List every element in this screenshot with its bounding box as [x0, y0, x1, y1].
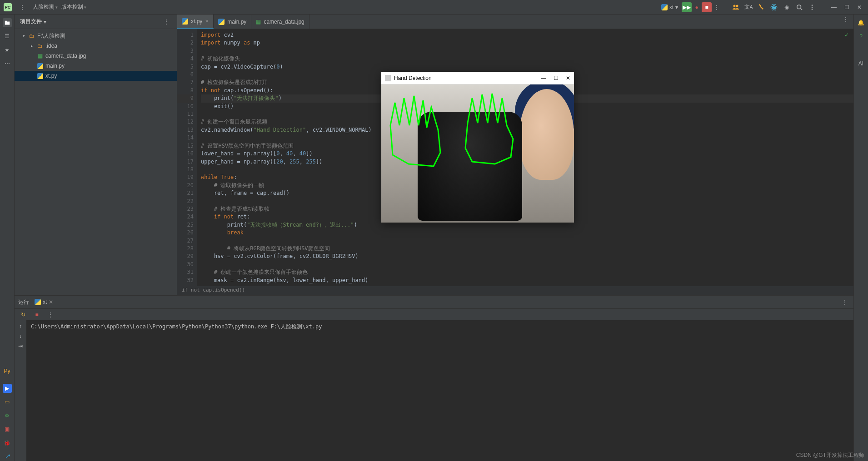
python-icon: [661, 4, 668, 10]
tree-node-label: .idea: [45, 43, 57, 49]
window-icon: [385, 75, 391, 81]
breadcrumb-project[interactable]: 人脸检测▾: [33, 3, 58, 11]
python-file-icon: [36, 63, 44, 69]
left-tool-rail: ☰ ★ ⋯ Py ▶ ▭ ⚙ ▣ 🐞 ⎇: [0, 15, 15, 461]
translate-icon[interactable]: 文A: [743, 2, 753, 12]
collaborators-icon[interactable]: [731, 2, 741, 12]
circle-icon[interactable]: ◉: [782, 2, 792, 12]
python-console-icon[interactable]: Py: [3, 367, 12, 376]
editor-tab[interactable]: ▦camera_data.jpg: [251, 15, 309, 29]
editor-breadcrumb[interactable]: if not cap.isOpened(): [177, 286, 853, 295]
tree-node-label: F:\人脸检测: [37, 32, 65, 40]
project-more-icon[interactable]: ⋮: [161, 17, 171, 27]
image-file-icon: ▦: [256, 19, 261, 25]
settings-icon[interactable]: [807, 2, 817, 12]
notifications-icon[interactable]: 🔔: [857, 18, 866, 27]
main-menu-icon[interactable]: ⋮: [17, 2, 27, 12]
window-close-icon[interactable]: ✕: [566, 75, 570, 81]
more-run-icon[interactable]: ⋮: [712, 2, 722, 12]
window-minimize-icon[interactable]: —: [541, 75, 546, 81]
vcs-tool-icon[interactable]: ⎇: [3, 452, 12, 461]
image-file-icon: ▦: [36, 53, 44, 59]
svg-point-9: [812, 9, 813, 10]
opencv-window-title: Hand Detection: [394, 75, 432, 81]
editor-tabs: xt.py✕main.py▦camera_data.jpg ⋮: [177, 15, 853, 29]
stop-button[interactable]: ■: [702, 2, 712, 12]
ai-assistant-icon[interactable]: AI: [857, 59, 866, 68]
tree-node[interactable]: main.py: [15, 61, 177, 71]
svg-point-6: [797, 5, 801, 9]
project-panel-title: 项目文件: [20, 18, 42, 25]
help-icon[interactable]: ?: [857, 32, 866, 41]
scroll-down-icon[interactable]: ↓: [19, 333, 22, 339]
opencv-window[interactable]: Hand Detection — ☐ ✕: [381, 72, 574, 223]
python-file-icon: [36, 73, 44, 79]
svg-point-0: [733, 5, 736, 7]
run-window-icon[interactable]: ▶: [3, 384, 12, 393]
run-config-selector[interactable]: xt▾: [661, 4, 678, 10]
tab-label: xt.py: [191, 18, 202, 25]
maximize-icon[interactable]: ☐: [842, 2, 852, 12]
terminal-tool-icon[interactable]: ▣: [3, 425, 12, 434]
gutter: 1234567891011121314151617181920212223242…: [177, 29, 197, 286]
bookmarks-tool-icon[interactable]: ★: [3, 45, 12, 55]
project-panel-header: 项目文件 ▾ ⋮: [15, 15, 177, 29]
right-tool-rail: 🔔 ? AI: [853, 15, 868, 461]
editor-tab[interactable]: xt.py✕: [177, 15, 214, 29]
topbar: PC ⋮ 人脸检测▾ 版本控制▾ xt▾ ▶▶ ● ■ ⋮ 文A ◉ — ☐ ✕: [0, 0, 868, 15]
tree-node-label: camera_data.jpg: [45, 53, 86, 59]
editor-tabs-more-icon[interactable]: ⋮: [841, 15, 851, 25]
hand-contour-overlay: [381, 84, 574, 223]
run-left-toolbar: ↑ ↓ ⇥: [15, 320, 26, 461]
tree-node-label: main.py: [45, 63, 65, 69]
run-options-icon[interactable]: ⋮: [45, 310, 55, 320]
inspection-ok-icon[interactable]: ✓: [844, 32, 849, 38]
run-window-more-icon[interactable]: ⋮: [840, 297, 850, 307]
breadcrumb-vcs[interactable]: 版本控制▾: [61, 3, 86, 11]
svg-point-8: [812, 6, 813, 8]
search-icon[interactable]: [794, 2, 804, 12]
close-icon[interactable]: ✕: [854, 2, 864, 12]
soft-wrap-icon[interactable]: ⇥: [18, 343, 23, 349]
debug-button[interactable]: ●: [692, 2, 702, 12]
scroll-up-icon[interactable]: ↑: [19, 323, 22, 329]
project-tool-icon[interactable]: [3, 18, 12, 27]
python-icon: [182, 18, 188, 25]
rerun-button[interactable]: ↻: [18, 310, 28, 320]
tree-node[interactable]: xt.py: [15, 71, 177, 81]
project-tree[interactable]: ▾🗀F:\人脸检测▸🗀.idea▦camera_data.jpgmain.pyx…: [15, 29, 177, 83]
run-tabs: 运行 xt✕ ⋮: [15, 296, 853, 308]
todo-tool-icon[interactable]: 🐞: [3, 438, 12, 447]
database-tool-icon[interactable]: ▭: [3, 397, 12, 406]
tab-label: main.py: [227, 19, 246, 25]
project-panel: 项目文件 ▾ ⋮ ▾🗀F:\人脸检测▸🗀.idea▦camera_data.jp…: [15, 15, 177, 295]
editor-tab[interactable]: main.py: [214, 15, 251, 29]
run-output[interactable]: C:\Users\Administrator\AppData\Local\Pro…: [26, 320, 853, 461]
tab-close-icon[interactable]: ✕: [205, 19, 209, 24]
run-config-tab[interactable]: xt✕: [35, 299, 53, 305]
run-tab-label[interactable]: 运行: [18, 298, 29, 306]
hammer-icon[interactable]: [756, 2, 766, 12]
run-tool-window: 运行 xt✕ ⋮ ↻ ■ ⋮ ↑ ↓ ⇥ C:\Users\Administra…: [15, 295, 853, 461]
window-maximize-icon[interactable]: ☐: [554, 75, 559, 81]
opencv-window-titlebar[interactable]: Hand Detection — ☐ ✕: [381, 72, 574, 84]
tree-node-label: xt.py: [45, 73, 57, 79]
folder-icon: 🗀: [28, 33, 35, 39]
atom-icon[interactable]: [769, 2, 779, 12]
svg-point-7: [812, 5, 813, 6]
structure-tool-icon[interactable]: ☰: [3, 32, 12, 41]
svg-point-5: [773, 6, 775, 8]
run-button[interactable]: ▶▶: [682, 2, 692, 12]
tree-node[interactable]: ▦camera_data.jpg: [15, 51, 177, 61]
more-tool-icon[interactable]: ⋯: [3, 59, 12, 68]
tree-node[interactable]: ▾🗀F:\人脸检测: [15, 31, 177, 41]
tree-node[interactable]: ▸🗀.idea: [15, 41, 177, 51]
folder-icon: 🗀: [36, 43, 44, 49]
services-tool-icon[interactable]: ⚙: [3, 411, 12, 420]
watermark: CSDN @GT开发算法工程师: [796, 451, 864, 459]
run-toolbar: ↻ ■ ⋮: [15, 308, 853, 320]
tab-label: camera_data.jpg: [264, 19, 304, 25]
minimize-icon[interactable]: —: [829, 2, 839, 12]
stop-run-button[interactable]: ■: [32, 310, 42, 320]
opencv-frame: [381, 84, 574, 223]
